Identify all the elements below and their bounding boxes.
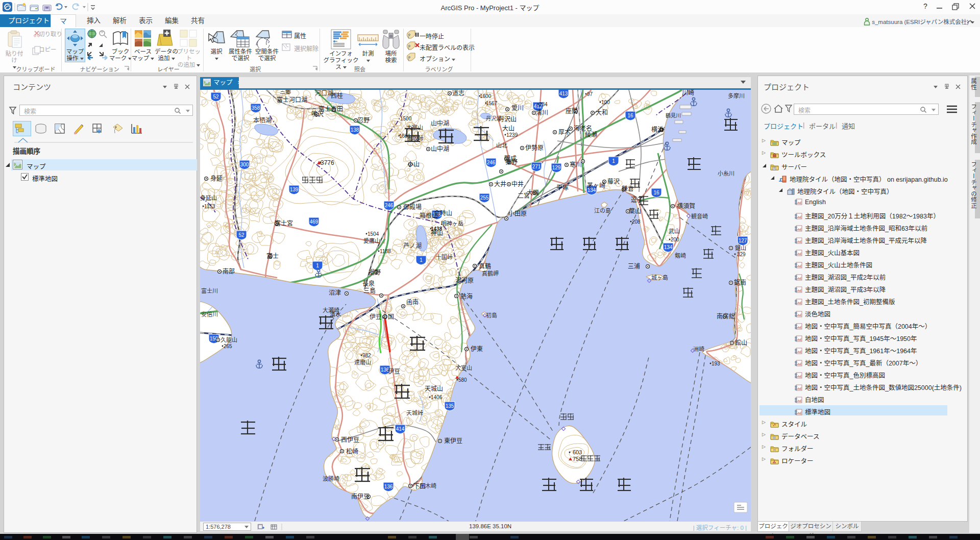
svg-text:真鶴: 真鶴 xyxy=(479,262,491,270)
svg-text:城ヶ島: 城ヶ島 xyxy=(651,274,668,281)
svg-text:爪木崎: 爪木崎 xyxy=(420,482,436,489)
svg-text:大室山: 大室山 xyxy=(406,124,423,131)
svg-text:館山: 館山 xyxy=(735,339,747,347)
svg-text:52: 52 xyxy=(238,232,244,238)
svg-text:藤沢: 藤沢 xyxy=(607,178,620,185)
svg-text:観音崎: 観音崎 xyxy=(691,213,708,219)
svg-text:裾野: 裾野 xyxy=(369,268,381,276)
svg-text:1: 1 xyxy=(420,257,423,263)
svg-text:52: 52 xyxy=(213,94,219,100)
svg-text:255: 255 xyxy=(480,195,489,201)
svg-text:鎌倉: 鎌倉 xyxy=(622,185,634,192)
svg-text:580: 580 xyxy=(458,377,467,383)
svg-text:414: 414 xyxy=(396,426,405,432)
svg-text:136: 136 xyxy=(384,484,393,489)
svg-text:富士川: 富士川 xyxy=(201,287,218,294)
svg-text:丹沢湖: 丹沢湖 xyxy=(486,115,501,121)
svg-text:200: 200 xyxy=(671,237,679,242)
svg-text:139: 139 xyxy=(290,187,299,192)
svg-text:茅ヶ崎: 茅ヶ崎 xyxy=(587,182,605,189)
svg-text:265: 265 xyxy=(224,343,232,349)
svg-text:江の島: 江の島 xyxy=(594,207,611,214)
svg-text:大室山: 大室山 xyxy=(455,364,472,371)
svg-text:1188: 1188 xyxy=(380,249,391,254)
svg-text:長泉: 長泉 xyxy=(362,280,375,287)
svg-text:鳴沢: 鳴沢 xyxy=(311,111,324,118)
svg-text:富士宮: 富士宮 xyxy=(275,219,293,227)
svg-text:明神ヶ岳: 明神ヶ岳 xyxy=(441,220,463,227)
svg-text:山中湖: 山中湖 xyxy=(431,145,449,153)
svg-text:清水: 清水 xyxy=(330,311,341,317)
svg-text:1239: 1239 xyxy=(506,132,518,138)
svg-text:綾瀬: 綾瀬 xyxy=(585,131,597,138)
svg-text:鋸山: 鋸山 xyxy=(735,244,746,251)
svg-text:603: 603 xyxy=(573,449,582,455)
svg-text:中井: 中井 xyxy=(511,180,524,188)
svg-text:伊豆の国: 伊豆の国 xyxy=(370,313,394,321)
svg-text:洲崎: 洲崎 xyxy=(693,346,704,352)
svg-text:300: 300 xyxy=(240,162,249,167)
svg-text:寒川: 寒川 xyxy=(570,161,582,168)
svg-text:大和: 大和 xyxy=(596,109,608,116)
svg-text:愛川: 愛川 xyxy=(511,105,524,112)
svg-text:身延: 身延 xyxy=(210,175,223,182)
svg-text:三浦: 三浦 xyxy=(628,263,640,270)
svg-text:南部: 南部 xyxy=(223,267,235,275)
svg-text:1406: 1406 xyxy=(431,395,443,400)
svg-text:御殿場: 御殿場 xyxy=(403,203,422,211)
svg-text:富士: 富士 xyxy=(266,252,279,260)
svg-text:身延山: 身延山 xyxy=(200,194,217,201)
svg-text:413: 413 xyxy=(559,91,568,96)
svg-text:鶴見川: 鶴見川 xyxy=(666,112,681,118)
svg-text:3776: 3776 xyxy=(321,159,334,166)
svg-text:葉山: 葉山 xyxy=(629,208,641,215)
svg-text:193: 193 xyxy=(712,361,720,366)
svg-text:初島: 初島 xyxy=(486,312,497,318)
svg-text:234: 234 xyxy=(539,102,548,107)
svg-text:伊勢原: 伊勢原 xyxy=(525,144,544,152)
svg-text:座間: 座間 xyxy=(566,107,578,115)
svg-text:天城峠: 天城峠 xyxy=(406,409,423,416)
svg-text:1681: 1681 xyxy=(399,133,411,139)
svg-text:河口湖: 河口湖 xyxy=(315,90,333,97)
svg-text:南房総: 南房総 xyxy=(717,312,735,320)
svg-text:芦ノ湖: 芦ノ湖 xyxy=(403,242,422,250)
svg-text:厚木: 厚木 xyxy=(558,129,571,136)
svg-text:川崎: 川崎 xyxy=(682,90,694,96)
svg-text:1500: 1500 xyxy=(400,116,412,121)
svg-text:波勝崎: 波勝崎 xyxy=(323,475,339,482)
svg-text:松崎: 松崎 xyxy=(346,448,358,455)
svg-text:天城山: 天城山 xyxy=(425,385,443,392)
svg-text:135: 135 xyxy=(446,403,454,409)
svg-text:十国峠: 十国峠 xyxy=(436,254,453,260)
svg-text:横浜: 横浜 xyxy=(651,126,664,133)
svg-text:1: 1 xyxy=(612,158,615,164)
svg-text:伊東: 伊東 xyxy=(471,346,483,353)
svg-text:山中湖: 山中湖 xyxy=(431,119,449,127)
svg-text:開成: 開成 xyxy=(504,155,517,162)
svg-text:97: 97 xyxy=(587,91,593,97)
svg-text:熱海: 熱海 xyxy=(460,292,473,300)
svg-text:16: 16 xyxy=(653,190,659,195)
svg-text:鋸南: 鋸南 xyxy=(734,279,746,286)
svg-text:南伊豆: 南伊豆 xyxy=(351,493,370,500)
svg-text:大井: 大井 xyxy=(494,181,506,188)
svg-text:246: 246 xyxy=(385,203,394,208)
svg-text:134: 134 xyxy=(664,244,673,250)
svg-text:清川: 清川 xyxy=(536,109,548,116)
svg-text:三島: 三島 xyxy=(363,287,376,294)
svg-text:剱崎: 剱崎 xyxy=(675,252,686,259)
svg-text:三郷: 三郷 xyxy=(280,90,291,95)
svg-text:久能山: 久能山 xyxy=(220,336,237,343)
svg-text:逗子: 逗子 xyxy=(631,197,643,204)
svg-text:達磨山: 達磨山 xyxy=(354,359,371,365)
svg-text:安倍川: 安倍川 xyxy=(201,311,218,317)
svg-text:忍野: 忍野 xyxy=(357,117,370,124)
svg-text:沼津: 沼津 xyxy=(329,289,341,297)
svg-text:小田原: 小田原 xyxy=(508,210,527,217)
svg-text:100: 100 xyxy=(601,100,610,105)
svg-text:伊豆: 伊豆 xyxy=(388,368,400,375)
svg-text:1504: 1504 xyxy=(368,231,379,237)
svg-text:東伊豆: 東伊豆 xyxy=(444,437,462,445)
svg-text:469: 469 xyxy=(310,219,318,225)
